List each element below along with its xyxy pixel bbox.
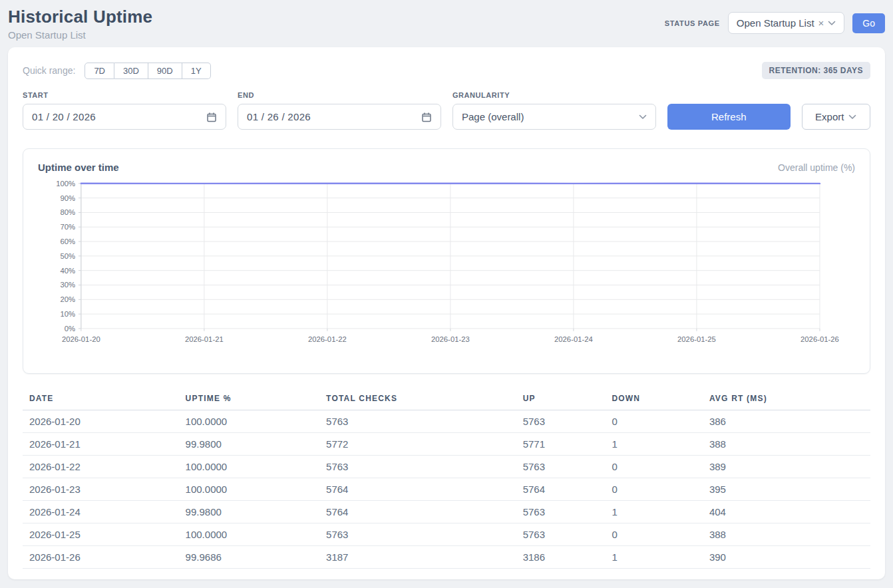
export-button[interactable]: Export — [802, 104, 870, 130]
granularity-select[interactable]: Page (overall) — [452, 104, 656, 130]
table-cell: 1 — [612, 432, 709, 455]
page-subtitle: Open Startup List — [8, 29, 152, 41]
export-button-label: Export — [815, 111, 844, 122]
column-header: DOWN — [612, 390, 709, 410]
column-header: UPTIME % — [186, 390, 326, 410]
quick-range-7d-button[interactable]: 7D — [85, 63, 114, 79]
table-cell: 2026-01-26 — [23, 545, 186, 568]
title-block: Historical Uptime Open Startup List — [8, 7, 152, 41]
table-cell: 388 — [709, 432, 870, 455]
header-right: STATUS PAGE Open Startup List × Go — [665, 12, 885, 34]
start-date-input[interactable]: 01 / 20 / 2026 — [23, 104, 226, 130]
y-tick-label: 40% — [60, 267, 75, 275]
x-tick-label: 2026-01-23 — [431, 335, 470, 343]
quick-range-group: 7D30D90D1Y — [85, 63, 210, 79]
table-cell: 99.9800 — [186, 432, 326, 455]
start-label: START — [23, 91, 226, 99]
table-cell: 5772 — [326, 432, 523, 455]
table-cell: 5763 — [523, 455, 612, 478]
y-tick-label: 10% — [60, 310, 75, 318]
end-date-value: 01 / 26 / 2026 — [247, 111, 311, 122]
uptime-chart-card: Uptime over time Overall uptime (%) 0%10… — [23, 148, 870, 374]
clear-selection-icon[interactable]: × — [818, 17, 824, 29]
table-cell: 2026-01-20 — [23, 410, 186, 432]
table-cell: 0 — [612, 410, 709, 432]
table-cell: 404 — [709, 500, 870, 523]
status-page-label: STATUS PAGE — [665, 19, 720, 27]
y-tick-label: 60% — [60, 237, 75, 245]
table-cell: 5771 — [523, 432, 612, 455]
table-cell: 99.9800 — [186, 500, 326, 523]
x-tick-label: 2026-01-22 — [308, 335, 347, 343]
filter-row: START 01 / 20 / 2026 END 01 / 26 / 2026 … — [23, 91, 870, 130]
table-cell: 2026-01-24 — [23, 500, 186, 523]
column-header: AVG RT (MS) — [709, 390, 870, 410]
granularity-selected-value: Page (overall) — [462, 111, 524, 122]
quick-range-row: Quick range: 7D30D90D1Y RETENTION: 365 D… — [23, 62, 870, 79]
table-cell: 2026-01-22 — [23, 455, 186, 478]
main-panel: Quick range: 7D30D90D1Y RETENTION: 365 D… — [8, 47, 885, 579]
granularity-label: GRANULARITY — [452, 91, 656, 99]
uptime-table-wrap: DATEUPTIME %TOTAL CHECKSUPDOWNAVG RT (MS… — [23, 390, 870, 569]
y-tick-label: 70% — [60, 223, 75, 231]
table-cell: 2026-01-21 — [23, 432, 186, 455]
table-cell: 100.0000 — [186, 478, 326, 500]
y-tick-label: 0% — [65, 325, 75, 333]
calendar-icon[interactable] — [421, 112, 432, 122]
x-tick-label: 2026-01-26 — [801, 335, 839, 343]
column-header: TOTAL CHECKS — [326, 390, 523, 410]
table-cell: 99.9686 — [186, 545, 326, 568]
quick-range-label: Quick range: — [23, 65, 75, 76]
x-tick-label: 2026-01-24 — [554, 335, 593, 343]
table-cell: 1 — [612, 500, 709, 523]
chevron-down-icon — [639, 114, 647, 120]
table-row: 2026-01-2699.9686318731861390 — [23, 545, 870, 568]
table-row: 2026-01-2499.9800576457631404 — [23, 500, 870, 523]
chart-title: Uptime over time — [38, 162, 119, 173]
start-date-value: 01 / 20 / 2026 — [32, 111, 96, 122]
table-cell: 5763 — [523, 500, 612, 523]
table-cell: 0 — [612, 523, 709, 545]
status-page-select[interactable]: Open Startup List × — [728, 12, 845, 34]
table-cell: 5763 — [523, 410, 612, 432]
table-cell: 5764 — [326, 500, 523, 523]
status-page-selected-value: Open Startup List — [737, 17, 814, 29]
end-date-input[interactable]: 01 / 26 / 2026 — [238, 104, 441, 130]
quick-range-30d-button[interactable]: 30D — [114, 63, 148, 79]
y-tick-label: 80% — [60, 208, 75, 216]
table-row: 2026-01-23100.0000576457640395 — [23, 478, 870, 500]
chart-legend: Overall uptime (%) — [778, 162, 855, 173]
refresh-button[interactable]: Refresh — [667, 104, 791, 130]
table-cell: 5763 — [326, 455, 523, 478]
page-title: Historical Uptime — [8, 7, 152, 27]
table-cell: 0 — [612, 478, 709, 500]
table-cell: 2026-01-25 — [23, 523, 186, 545]
table-row: 2026-01-20100.0000576357630386 — [23, 410, 870, 432]
table-cell: 389 — [709, 455, 870, 478]
y-tick-label: 100% — [56, 180, 75, 188]
uptime-line-chart: 0%10%20%30%40%50%60%70%80%90%100%2026-01… — [38, 177, 855, 367]
table-cell: 5764 — [523, 478, 612, 500]
y-tick-label: 30% — [60, 281, 75, 289]
table-cell: 5763 — [326, 410, 523, 432]
x-tick-label: 2026-01-20 — [62, 335, 100, 343]
table-cell: 100.0000 — [186, 523, 326, 545]
y-tick-label: 90% — [60, 194, 75, 202]
table-row: 2026-01-25100.0000576357630388 — [23, 523, 870, 545]
column-header: DATE — [23, 390, 186, 410]
quick-range-90d-button[interactable]: 90D — [148, 63, 182, 79]
table-cell: 395 — [709, 478, 870, 500]
uptime-table: DATEUPTIME %TOTAL CHECKSUPDOWNAVG RT (MS… — [23, 390, 870, 569]
x-tick-label: 2026-01-25 — [677, 335, 716, 343]
table-cell: 388 — [709, 523, 870, 545]
calendar-icon[interactable] — [206, 112, 217, 122]
go-button[interactable]: Go — [852, 13, 885, 33]
quick-range-1y-button[interactable]: 1Y — [182, 63, 211, 79]
y-tick-label: 20% — [60, 295, 75, 303]
table-cell: 100.0000 — [186, 410, 326, 432]
table-cell: 390 — [709, 545, 870, 568]
chevron-down-icon — [848, 114, 856, 120]
retention-badge: RETENTION: 365 DAYS — [762, 62, 870, 79]
column-header: UP — [523, 390, 612, 410]
table-header-row: DATEUPTIME %TOTAL CHECKSUPDOWNAVG RT (MS… — [23, 390, 870, 410]
